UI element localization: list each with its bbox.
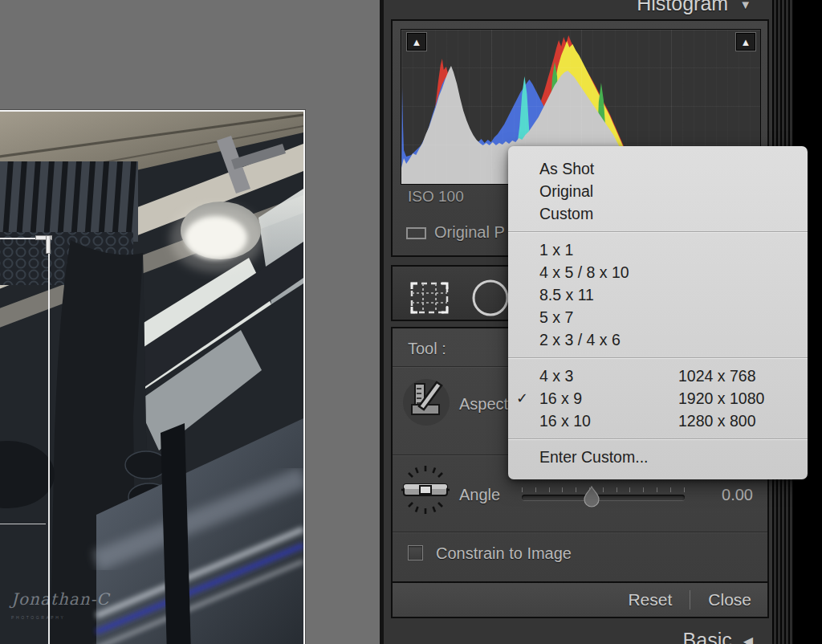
- crop-edge-right[interactable]: [48, 238, 50, 644]
- menu-item-original[interactable]: Original: [508, 180, 808, 202]
- shadow-clipping-indicator[interactable]: ▲: [406, 32, 427, 51]
- aspect-ratio-menu: As Shot Original Custom 1 x 1 4 x 5 / 8 …: [508, 146, 808, 479]
- crop-overlay-tool-button[interactable]: [408, 279, 451, 321]
- basic-title: Basic: [683, 629, 732, 644]
- menu-item-16x9-selected[interactable]: ✓ 16 x 9 1920 x 1080: [508, 387, 808, 410]
- menu-group-presets: As Shot Original Custom: [508, 153, 808, 229]
- menu-item-2x3-4x6[interactable]: 2 x 3 / 4 x 6: [508, 328, 808, 351]
- angle-value[interactable]: 0.00: [673, 486, 753, 504]
- menu-group-screen-ratios: 4 x 3 1024 x 768 ✓ 16 x 9 1920 x 1080 16…: [508, 361, 808, 436]
- constrain-to-image-checkbox[interactable]: [408, 545, 423, 560]
- aspect-label: Aspect: [459, 395, 508, 414]
- angle-tool-badge: [400, 464, 451, 519]
- expand-triangle-icon[interactable]: ◀: [743, 634, 753, 644]
- histogram-title: Histogram: [637, 0, 728, 14]
- watermark-subtitle: PHOTOGRAPHY: [11, 609, 110, 626]
- menu-group-custom: Enter Custom...: [508, 442, 808, 472]
- menu-item-8.5x11[interactable]: 8.5 x 11: [508, 283, 808, 306]
- highlight-clipping-indicator[interactable]: ▲: [735, 32, 756, 51]
- crop-thirds-gridline: [0, 524, 46, 524]
- crop-corner-handle[interactable]: [46, 235, 51, 254]
- menu-group-print-ratios: 1 x 1 4 x 5 / 8 x 10 8.5 x 11 5 x 7 2 x …: [508, 234, 808, 355]
- angle-slider-thumb[interactable]: [583, 486, 600, 507]
- histogram-panel-header[interactable]: Histogram▼: [383, 0, 772, 19]
- menu-item-1x1[interactable]: 1 x 1: [508, 238, 808, 261]
- checkmark-icon: ✓: [516, 387, 528, 410]
- collapse-triangle-icon[interactable]: ▼: [739, 0, 751, 11]
- row-separator: [393, 532, 767, 532]
- watermark-signature: Jonathan-C: [11, 589, 110, 609]
- tool-label: Tool :: [408, 340, 446, 358]
- photo-image: [0, 112, 303, 644]
- angle-slider-track[interactable]: [522, 495, 685, 500]
- angle-label: Angle: [459, 486, 500, 504]
- crop-overlay-icon: [408, 279, 451, 318]
- menu-item-enter-custom[interactable]: Enter Custom...: [508, 446, 808, 468]
- menu-item-resolution: 1024 x 768: [678, 365, 756, 387]
- photographer-watermark: Jonathan-C PHOTOGRAPHY: [11, 591, 110, 626]
- angle-slider-ticks: [522, 487, 685, 492]
- lightroom-develop-screen: Jonathan-C PHOTOGRAPHY Histogram▼ ▲ ▲ IS…: [0, 0, 822, 644]
- aspect-tool-badge: [401, 377, 451, 430]
- menu-item-4x5-8x10[interactable]: 4 x 5 / 8 x 10: [508, 261, 808, 283]
- menu-item-4x3[interactable]: 4 x 3 1024 x 768: [508, 365, 808, 387]
- menu-separator: [508, 438, 808, 439]
- reset-button[interactable]: Reset: [628, 590, 672, 609]
- menu-item-resolution: 1280 x 800: [678, 410, 756, 432]
- menu-item-custom[interactable]: Custom: [508, 202, 808, 225]
- crop-aspect-icon: [401, 377, 451, 427]
- footer-divider: [690, 590, 690, 609]
- close-button[interactable]: Close: [708, 590, 751, 609]
- menu-item-as-shot[interactable]: As Shot: [508, 157, 808, 180]
- menu-item-resolution: 1920 x 1080: [678, 387, 764, 410]
- menu-separator: [508, 357, 808, 358]
- angle-level-icon: [400, 464, 451, 516]
- menu-item-5x7[interactable]: 5 x 7: [508, 306, 808, 328]
- original-photo-label: Original P: [434, 223, 505, 242]
- iso-readout: ISO 100: [408, 188, 464, 206]
- crop-panel-footer: Reset Close: [393, 581, 767, 617]
- constrain-to-image-label: Constrain to Image: [436, 544, 572, 563]
- menu-separator: [508, 231, 808, 232]
- menu-item-16x10[interactable]: 16 x 10 1280 x 800: [508, 410, 808, 432]
- original-photo-checkbox[interactable]: [406, 227, 426, 239]
- basic-panel-header[interactable]: Basic◀: [383, 629, 772, 644]
- photo-canvas[interactable]: [0, 110, 305, 644]
